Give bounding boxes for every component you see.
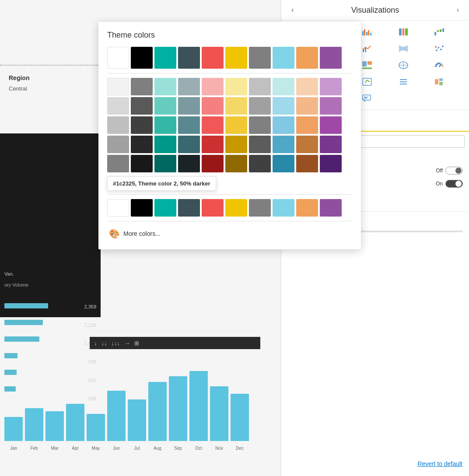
shade-4-6[interactable] bbox=[225, 136, 247, 153]
shade-3-8[interactable] bbox=[273, 116, 294, 134]
tooltip-container: #1c2325, Theme color 2, 50% darker bbox=[107, 155, 352, 172]
shade-4-10[interactable] bbox=[320, 136, 342, 153]
recent-7[interactable] bbox=[249, 199, 271, 217]
shade-3-4[interactable] bbox=[178, 116, 200, 134]
toggle-off-switch: Off bbox=[436, 167, 463, 175]
viz-header: ‹ Visualizations › bbox=[281, 0, 469, 21]
shade-3-9[interactable] bbox=[296, 116, 318, 134]
recent-5[interactable] bbox=[202, 199, 224, 217]
color-red[interactable] bbox=[202, 47, 224, 69]
shade-5-4-selected[interactable] bbox=[178, 155, 200, 172]
recent-3[interactable] bbox=[154, 199, 176, 217]
month-labels: Jan Feb Mar Apr May Jun Jul Aug Sep Oct … bbox=[4, 446, 249, 451]
shade-1-8[interactable] bbox=[273, 78, 294, 95]
shade-1-7[interactable] bbox=[249, 78, 271, 95]
viz-prev-button[interactable]: ‹ bbox=[288, 4, 297, 16]
shade-3-7[interactable] bbox=[249, 116, 271, 134]
recent-4[interactable] bbox=[178, 199, 200, 217]
shade-1-1[interactable] bbox=[107, 78, 129, 95]
recent-9[interactable] bbox=[296, 199, 318, 217]
viz-icon-slicer[interactable] bbox=[394, 74, 413, 90]
revert-to-default-button[interactable]: Revert to default bbox=[417, 460, 462, 467]
color-light-blue[interactable] bbox=[273, 47, 294, 69]
viz-icon-scatter[interactable] bbox=[430, 41, 449, 56]
shade-4-2[interactable] bbox=[131, 136, 153, 153]
shade-1-2[interactable] bbox=[131, 78, 153, 95]
shade-1-6[interactable] bbox=[225, 78, 247, 95]
shade-4-3[interactable] bbox=[154, 136, 176, 153]
shade-2-8[interactable] bbox=[273, 97, 294, 115]
shade-2-10[interactable] bbox=[320, 97, 342, 115]
viz-icon-waterfall[interactable] bbox=[430, 24, 449, 40]
viz-icon-100-stacked[interactable] bbox=[394, 24, 413, 40]
viz-next-button[interactable]: › bbox=[453, 4, 462, 16]
shade-3-6[interactable] bbox=[225, 116, 247, 134]
shade-5-3[interactable] bbox=[154, 155, 176, 172]
viz-icon-ribbon[interactable] bbox=[394, 41, 413, 56]
shade-2-6[interactable] bbox=[225, 97, 247, 115]
color-dark-teal[interactable] bbox=[178, 47, 200, 69]
shade-4-1[interactable] bbox=[107, 136, 129, 153]
recent-1[interactable] bbox=[107, 199, 129, 217]
month-jun: Jun bbox=[107, 446, 126, 451]
bottom-toolbar: ↓ ↓↓ ↓↓↓ → ⊞ bbox=[90, 337, 260, 349]
toggle-on-text: On bbox=[436, 181, 443, 187]
viz-icon-ai[interactable] bbox=[430, 74, 449, 90]
shade-2-9[interactable] bbox=[296, 97, 318, 115]
color-gray[interactable] bbox=[249, 47, 271, 69]
color-yellow[interactable] bbox=[225, 47, 247, 69]
shade-4-8[interactable] bbox=[273, 136, 294, 153]
shade-1-5[interactable] bbox=[202, 78, 224, 95]
shade-2-7[interactable] bbox=[249, 97, 271, 115]
shade-4-4[interactable] bbox=[178, 136, 200, 153]
shade-4-7[interactable] bbox=[249, 136, 271, 153]
shade-5-6[interactable] bbox=[225, 155, 247, 172]
color-black[interactable] bbox=[131, 47, 153, 69]
shade-5-7[interactable] bbox=[249, 155, 271, 172]
toolbar-btn-3[interactable]: ↓↓↓ bbox=[110, 339, 122, 347]
shade-5-1[interactable] bbox=[107, 155, 129, 172]
color-orange[interactable] bbox=[296, 47, 318, 69]
color-white[interactable] bbox=[107, 47, 129, 69]
toggle-on-track[interactable] bbox=[445, 180, 463, 188]
shade-2-3[interactable] bbox=[154, 97, 176, 115]
shade-1-3[interactable] bbox=[154, 78, 176, 95]
color-divider-3 bbox=[107, 221, 352, 221]
shade-1-9[interactable] bbox=[296, 78, 318, 95]
recent-6[interactable] bbox=[225, 199, 247, 217]
shade-3-10[interactable] bbox=[320, 116, 342, 134]
viz-icon-gauge[interactable] bbox=[430, 57, 449, 73]
recent-8[interactable] bbox=[273, 199, 294, 217]
shade-2-4[interactable] bbox=[178, 97, 200, 115]
color-purple[interactable] bbox=[320, 47, 342, 69]
toggle-off-track[interactable] bbox=[445, 167, 463, 175]
shade-1-10[interactable] bbox=[320, 78, 342, 95]
shade-2-5[interactable] bbox=[202, 97, 224, 115]
shade-3-1[interactable] bbox=[107, 116, 129, 134]
color-picker-popup: Theme colors bbox=[98, 22, 361, 249]
toolbar-btn-4[interactable]: → bbox=[122, 339, 132, 347]
recent-2[interactable] bbox=[131, 199, 153, 217]
toolbar-btn-1[interactable]: ↓ bbox=[92, 339, 99, 347]
shade-4-9[interactable] bbox=[296, 136, 318, 153]
more-colors-row[interactable]: 🎨 More colors... bbox=[107, 227, 352, 241]
shade-3-3[interactable] bbox=[154, 116, 176, 134]
shade-1-4[interactable] bbox=[178, 78, 200, 95]
shade-2-2[interactable] bbox=[131, 97, 153, 115]
shade-5-9[interactable] bbox=[296, 155, 318, 172]
recent-10[interactable] bbox=[320, 199, 342, 217]
shade-5-8[interactable] bbox=[273, 155, 294, 172]
shade-5-10[interactable] bbox=[320, 155, 342, 172]
shade-3-2[interactable] bbox=[131, 116, 153, 134]
shade-4-5[interactable] bbox=[202, 136, 224, 153]
month-nov: Nov bbox=[210, 446, 228, 451]
shade-5-2[interactable] bbox=[131, 155, 153, 172]
shade-2-1[interactable] bbox=[107, 97, 129, 115]
color-teal[interactable] bbox=[154, 47, 176, 69]
viz-icon-map[interactable] bbox=[394, 57, 413, 73]
toolbar-btn-2[interactable]: ↓↓ bbox=[100, 339, 109, 347]
shade-5-5[interactable] bbox=[202, 155, 224, 172]
shade-3-5[interactable] bbox=[202, 116, 224, 134]
chart-bar-mar bbox=[46, 411, 64, 441]
toolbar-btn-5[interactable]: ⊞ bbox=[133, 339, 141, 347]
